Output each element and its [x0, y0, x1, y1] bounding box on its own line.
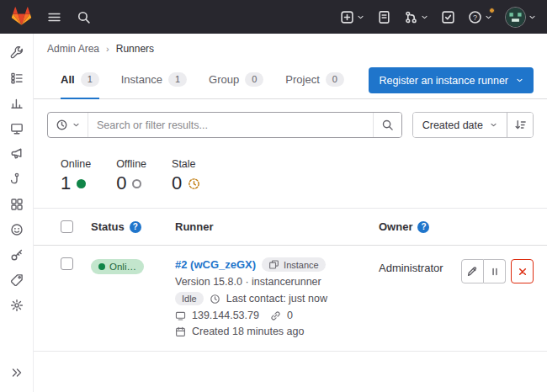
messages-megaphone-icon[interactable] [5, 141, 29, 167]
search-icon [381, 119, 394, 131]
breadcrumb-separator: › [106, 44, 109, 54]
ip-address-icon [175, 310, 186, 321]
tab-count-badge: 1 [168, 72, 187, 87]
expand-sidebar-icon[interactable] [5, 360, 29, 385]
chevron-down-icon [421, 13, 428, 21]
close-x-icon [517, 266, 528, 278]
labels-icon[interactable] [5, 268, 29, 293]
breadcrumb: Admin Area › Runners [34, 34, 547, 62]
runner-type-badge: Instance [262, 257, 326, 272]
filtered-search-box [47, 112, 402, 138]
stale-clock-icon [188, 177, 200, 190]
search-submit-button[interactable] [373, 113, 401, 137]
status-help-icon[interactable]: ? [130, 221, 141, 233]
search-history-dropdown[interactable] [48, 113, 88, 137]
edit-runner-button[interactable] [461, 259, 484, 283]
runner-summary-cell: #2 (wCG_zeGX) Instance Version 15.8.0 · … [175, 257, 379, 337]
settings-gear-icon[interactable] [5, 293, 29, 318]
row-checkbox[interactable] [61, 257, 73, 270]
tab-group[interactable]: Group 0 [209, 62, 263, 99]
new-plus-dropdown[interactable] [340, 10, 364, 24]
notification-dot [489, 8, 495, 13]
tab-label: All [61, 73, 75, 86]
deploy-keys-icon[interactable] [5, 242, 29, 268]
stat-label: Online [61, 158, 91, 170]
last-contact-text: Last contact: just now [226, 293, 327, 305]
select-all-checkbox[interactable] [61, 220, 73, 233]
pause-runner-button[interactable] [484, 259, 507, 283]
stat-label: Stale [172, 158, 200, 170]
admin-sidebar-rail [0, 34, 34, 392]
runner-table-row: Onli… #2 (wCG_zeGX) Instance Version 15.… [34, 246, 547, 352]
link-count-text: 0 [287, 310, 293, 321]
register-instance-runner-button[interactable]: Register an instance runner [369, 67, 534, 93]
avatar [505, 7, 526, 28]
issues-icon[interactable] [377, 10, 391, 24]
offline-status-ring [132, 179, 141, 188]
chevron-down-icon [485, 13, 492, 21]
runner-stats: Online 1 Offline 0 Stale 0 [34, 138, 547, 208]
delete-runner-button[interactable] [511, 259, 534, 283]
column-status: Status [91, 220, 125, 233]
tab-count-badge: 0 [245, 72, 263, 87]
applications-grid-icon[interactable] [5, 192, 29, 217]
tab-project[interactable]: Project 0 [285, 62, 344, 99]
tab-all[interactable]: All 1 [61, 62, 99, 99]
created-text: Created 18 minutes ago [192, 326, 304, 337]
pencil-icon [466, 266, 478, 278]
stat-stale: Stale 0 [172, 158, 200, 194]
chevron-down-icon [528, 13, 536, 21]
stat-label: Offline [116, 158, 146, 170]
todo-list-icon[interactable] [441, 10, 455, 24]
runner-link[interactable]: #2 (wCG_zeGX) [175, 258, 256, 271]
overview-list-icon[interactable] [5, 66, 29, 91]
column-runner: Runner [175, 220, 379, 233]
search-input[interactable] [88, 113, 373, 137]
chevron-down-icon [516, 77, 523, 84]
row-actions [461, 257, 534, 283]
stat-offline: Offline 0 [116, 158, 146, 194]
pause-icon [489, 266, 501, 278]
tab-label: Project [285, 73, 319, 86]
gitlab-logo[interactable] [11, 6, 32, 29]
admin-overview-icon[interactable] [5, 40, 29, 66]
merge-requests-dropdown[interactable] [404, 10, 428, 24]
link-icon [270, 310, 281, 321]
runner-tabs-bar: All 1 Instance 1 Group 0 Project 0 Regis… [34, 62, 547, 99]
breadcrumb-admin-area[interactable]: Admin Area [47, 43, 99, 55]
monitoring-icon[interactable] [5, 116, 29, 141]
online-status-dot [77, 179, 86, 188]
avatar-dropdown[interactable] [505, 7, 536, 28]
ip-address-text: 139.144.53.79 [192, 310, 259, 321]
hamburger-menu-icon[interactable] [47, 10, 61, 24]
filter-bar: Created date [34, 99, 547, 138]
sort-direction-button[interactable] [507, 113, 533, 137]
owner-name: Administrator [379, 257, 461, 274]
sort-button-group: Created date [412, 112, 534, 138]
tab-label: Instance [121, 73, 162, 86]
chevron-down-icon [72, 121, 80, 129]
sort-by-dropdown[interactable]: Created date [413, 113, 507, 137]
stat-value: 0 [172, 172, 182, 194]
runner-table-header: Status ? Runner Owner ? [34, 208, 547, 246]
instance-badge-icon [268, 259, 279, 270]
tab-count-badge: 1 [81, 72, 99, 87]
calendar-icon [175, 326, 186, 337]
tab-instance[interactable]: Instance 1 [121, 62, 187, 99]
topbar: ? [0, 0, 547, 34]
status-badge: Onli… [91, 259, 144, 274]
tab-count-badge: 0 [326, 72, 344, 87]
chevron-down-icon [357, 13, 364, 21]
breadcrumb-current-page: Runners [116, 43, 154, 55]
help-question-glyph: ? [473, 13, 477, 21]
stat-online: Online 1 [61, 158, 91, 194]
search-icon[interactable] [77, 10, 91, 24]
system-hooks-icon[interactable] [5, 167, 29, 192]
abuse-reports-icon[interactable] [5, 217, 29, 242]
main-content: Admin Area › Runners All 1 Instance 1 Gr… [34, 34, 547, 392]
sort-direction-icon [514, 119, 527, 131]
help-dropdown[interactable]: ? [468, 10, 492, 24]
owner-help-icon[interactable]: ? [417, 221, 429, 233]
analytics-icon[interactable] [5, 91, 29, 116]
register-button-label: Register an instance runner [379, 75, 508, 87]
